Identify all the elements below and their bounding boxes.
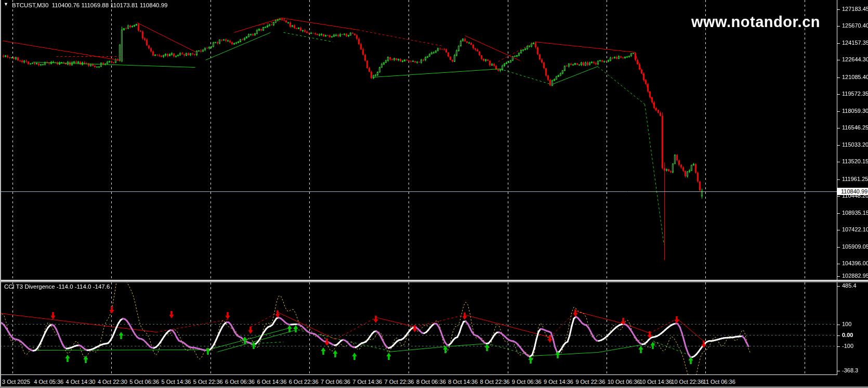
- chart-dropdown-icon[interactable]: ▼: [4, 2, 8, 7]
- time-axis-label: 6 Oct 22:36: [289, 379, 319, 385]
- indicator-axis-label: -100: [842, 343, 853, 349]
- time-axis-label: 4 Oct 22:30: [98, 379, 127, 385]
- time-axis-label: 7 Oct 22:36: [385, 379, 414, 385]
- time-axis-label: 5 Oct 06:36: [129, 379, 159, 385]
- price-axis-label: 124157.35: [842, 40, 868, 46]
- time-axis-label: 3 Oct 2025: [2, 379, 30, 385]
- indicator-axis-label: 100: [842, 321, 851, 327]
- time-axis-label: 7 Oct 06:36: [321, 379, 350, 385]
- price-axis-label: 118059.30: [842, 108, 868, 114]
- price-axis-label: 113520.15: [842, 158, 868, 164]
- time-axis-label: 7 Oct 14:36: [352, 379, 382, 385]
- time-axis-label: 6 Oct 06:36: [225, 379, 255, 385]
- price-axis-label: 116546.25: [842, 124, 868, 131]
- main-price-chart[interactable]: [0, 0, 837, 280]
- price-axis-label: 108935.15: [842, 210, 868, 216]
- time-axis-label: 4 Oct 05:36: [34, 379, 63, 385]
- price-axis-label: 119572.35: [842, 90, 868, 97]
- price-axis-label: 105909.05: [842, 243, 868, 250]
- time-axis-label: 6 Oct 14:36: [257, 379, 286, 385]
- price-axis-label: 122644.30: [842, 56, 868, 62]
- chart-title: BTCUST,M30 110400.76 111069.88 110173.81…: [12, 2, 167, 8]
- time-axis-label: 5 Oct 22:36: [193, 379, 223, 385]
- price-axis-label: 107422.10: [842, 226, 868, 232]
- pane-separator[interactable]: [0, 280, 868, 282]
- window-left-edge: [0, 0, 1, 388]
- current-price-badge: 110840.99: [837, 188, 868, 195]
- time-axis-label: 10 Oct 14:36: [639, 379, 672, 385]
- indicator-axis-label: -368.3: [842, 367, 858, 373]
- time-axis-label: 9 Oct 22:36: [575, 379, 605, 385]
- time-axis-label: 4 Oct 14:30: [66, 379, 96, 385]
- mt4-chart-window: ▼ BTCUST,M30 110400.76 111069.88 110173.…: [0, 0, 868, 388]
- watermark: www.notandor.cn: [691, 14, 820, 31]
- indicator-axis-label: 485.4: [842, 282, 857, 289]
- price-axis-label: 104396.00: [842, 260, 868, 266]
- time-axis-label: 10 Oct 06:36: [608, 379, 640, 385]
- indicator-title: CCI T3 Divergence -114.0 -114.0 -147.6: [4, 283, 110, 290]
- price-axis-label: 115033.20: [842, 141, 868, 148]
- time-axis-label: 8 Oct 14:36: [448, 379, 478, 385]
- time-axis-label: 9 Oct 14:36: [544, 379, 573, 385]
- price-axis-label: 121085.40: [842, 74, 868, 80]
- time-axis-label: 9 Oct 06:36: [512, 379, 542, 385]
- time-axis-label: 11 Oct 06:36: [703, 379, 735, 385]
- time-axis-label: 8 Oct 22:36: [480, 379, 510, 385]
- time-axis-label: 5 Oct 14:36: [162, 379, 191, 385]
- indicator-axis-label: 0.00: [842, 332, 853, 338]
- price-axis-label: 125670.40: [842, 22, 868, 29]
- time-axis-border: [0, 374, 837, 375]
- indicator-pane-chart[interactable]: [0, 282, 837, 374]
- price-axis-label: 127183.45: [842, 6, 868, 12]
- time-axis-label: 10 Oct 22:36: [671, 379, 704, 385]
- price-axis-label: 102882.95: [842, 273, 868, 279]
- price-axis-label: 111961.25: [842, 176, 868, 182]
- time-axis-label: 8 Oct 06:36: [416, 379, 446, 385]
